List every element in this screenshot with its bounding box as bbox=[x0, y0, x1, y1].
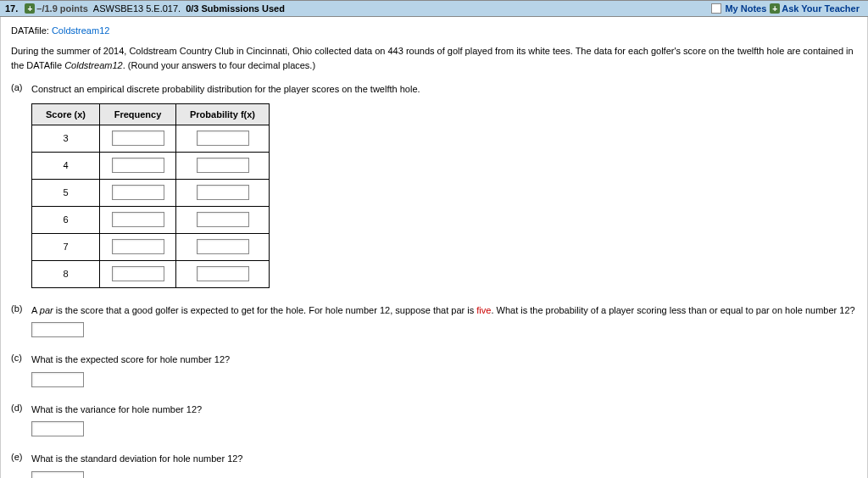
part-a-text: Construct an empirical discrete probabil… bbox=[31, 82, 857, 97]
part-e-label: (e) bbox=[11, 452, 31, 462]
part-e-answer-input[interactable] bbox=[31, 471, 84, 479]
freq-input[interactable] bbox=[112, 158, 164, 173]
notes-checkbox[interactable] bbox=[711, 3, 721, 14]
table-row: 3 bbox=[32, 125, 270, 152]
datafile-label: DATAfile: bbox=[11, 25, 52, 36]
plus-icon[interactable]: + bbox=[25, 3, 35, 14]
score-cell: 6 bbox=[32, 206, 100, 233]
part-d: (d) What is the variance for hole number… bbox=[11, 403, 857, 437]
points-label: –/1.9 points bbox=[36, 3, 88, 14]
table-row: 8 bbox=[32, 260, 270, 287]
part-c: (c) What is the expected score for hole … bbox=[11, 353, 857, 387]
freq-input[interactable] bbox=[112, 239, 164, 254]
part-e-text: What is the standard deviation for hole … bbox=[31, 452, 857, 466]
part-a-label: (a) bbox=[11, 82, 31, 92]
question-content: DATAfile: Coldstream12 During the summer… bbox=[0, 17, 868, 478]
prob-input[interactable] bbox=[197, 131, 249, 146]
datafile-row: DATAfile: Coldstream12 bbox=[11, 25, 857, 36]
part-c-label: (c) bbox=[11, 353, 31, 363]
freq-input[interactable] bbox=[112, 212, 164, 227]
part-d-text: What is the variance for hole number 12? bbox=[31, 403, 857, 417]
ask-teacher-button[interactable]: Ask Your Teacher bbox=[782, 3, 860, 14]
datafile-link[interactable]: Coldstream12 bbox=[52, 25, 109, 36]
part-a: (a) Construct an empirical discrete prob… bbox=[11, 82, 857, 288]
th-frequency: Frequency bbox=[100, 103, 176, 125]
prob-input[interactable] bbox=[197, 239, 249, 254]
prob-input[interactable] bbox=[197, 212, 249, 227]
score-cell: 8 bbox=[32, 260, 100, 287]
reference-label: ASWSBE13 5.E.017. bbox=[93, 3, 181, 14]
part-e: (e) What is the standard deviation for h… bbox=[11, 452, 857, 478]
score-cell: 4 bbox=[32, 152, 100, 179]
intro-text: During the summer of 2014, Coldstream Co… bbox=[11, 44, 857, 72]
question-header: 17. + –/1.9 points ASWSBE13 5.E.017. 0/3… bbox=[0, 0, 868, 17]
part-b-text: A par is the score that a good golfer is… bbox=[31, 303, 857, 318]
score-cell: 5 bbox=[32, 179, 100, 206]
part-c-answer-input[interactable] bbox=[31, 372, 84, 387]
table-row: 5 bbox=[32, 179, 270, 206]
prob-input[interactable] bbox=[197, 266, 249, 281]
freq-input[interactable] bbox=[112, 131, 164, 146]
prob-input[interactable] bbox=[197, 185, 249, 200]
plus-icon[interactable]: + bbox=[770, 3, 780, 14]
part-b: (b) A par is the score that a good golfe… bbox=[11, 303, 857, 338]
intro-italic: Coldstream12 bbox=[64, 60, 122, 70]
intro-part2: . (Round your answers to four decimal pl… bbox=[123, 60, 315, 70]
part-d-label: (d) bbox=[11, 403, 31, 413]
table-row: 4 bbox=[32, 152, 270, 179]
part-d-answer-input[interactable] bbox=[31, 421, 84, 436]
part-c-text: What is the expected score for hole numb… bbox=[31, 353, 857, 367]
score-cell: 7 bbox=[32, 233, 100, 260]
table-row: 6 bbox=[32, 206, 270, 233]
part-b-answer-input[interactable] bbox=[31, 322, 84, 337]
score-cell: 3 bbox=[32, 125, 100, 152]
part-b-label: (b) bbox=[11, 303, 31, 314]
question-number: 17. bbox=[5, 3, 18, 14]
freq-input[interactable] bbox=[112, 185, 164, 200]
freq-input[interactable] bbox=[112, 266, 164, 281]
table-row: 7 bbox=[32, 233, 270, 260]
th-score: Score (x) bbox=[32, 103, 100, 125]
distribution-table: Score (x) Frequency Probability f(x) 3 4… bbox=[31, 103, 270, 288]
th-probability: Probability f(x) bbox=[176, 103, 270, 125]
submissions-label: 0/3 Submissions Used bbox=[186, 3, 285, 14]
my-notes-button[interactable]: My Notes bbox=[725, 3, 766, 14]
prob-input[interactable] bbox=[197, 158, 249, 173]
